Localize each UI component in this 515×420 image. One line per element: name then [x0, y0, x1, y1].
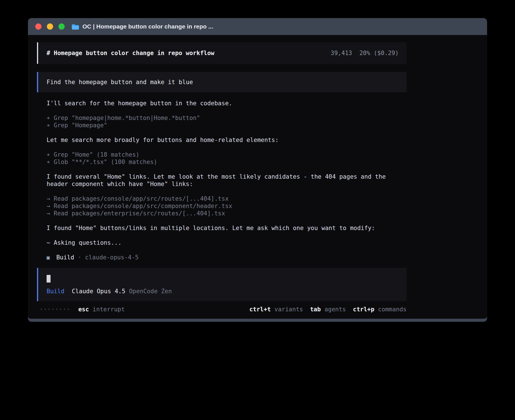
- assistant-message: Let me search more broadly for buttons a…: [47, 136, 407, 144]
- assistant-message: I'll search for the homepage button in t…: [47, 100, 407, 107]
- tool-call: → Read packages/console/app/src/componen…: [47, 202, 407, 210]
- separator-dot: ·: [78, 254, 82, 261]
- window-title: OC | Homepage button color change in rep…: [82, 23, 213, 30]
- tool-call-group: → Read packages/console/app/src/routes/[…: [47, 195, 407, 217]
- input-status-line: Build Claude Opus 4.5 OpenCode Zen: [47, 288, 398, 295]
- terminal-window: OC | Homepage button color change in rep…: [28, 18, 487, 322]
- prompt-input[interactable]: Build Claude Opus 4.5 OpenCode Zen: [37, 268, 407, 301]
- status-bar-right: ctrl+t variants tab agents ctrl+p comman…: [249, 306, 407, 313]
- tool-call: ∗ Grep "homepage|home.*button|Home.*butt…: [47, 114, 407, 122]
- spinner-dots: ········: [40, 306, 70, 313]
- tool-call: → Read packages/console/app/src/routes/[…: [47, 195, 407, 202]
- minimize-button[interactable]: [47, 23, 53, 30]
- hint-agents: tab agents: [310, 306, 346, 313]
- tool-call: ∗ Grep "Homepage": [47, 122, 407, 129]
- hint-commands: ctrl+p commands: [353, 306, 407, 313]
- hint-key: tab: [310, 306, 321, 313]
- agent-model: claude-opus-4-5: [85, 254, 139, 261]
- hint-label: agents: [324, 306, 346, 313]
- titlebar[interactable]: OC | Homepage button color change in rep…: [28, 18, 487, 35]
- assistant-message-text: ~ Asking questions...: [47, 239, 122, 246]
- hint-label: commands: [378, 306, 407, 313]
- assistant-message: ~ Asking questions...: [47, 239, 407, 246]
- agent-icon: ▣: [47, 254, 50, 261]
- tool-call: → Read packages/enterprise/src/routes/[.…: [47, 210, 407, 217]
- input-provider-label: OpenCode Zen: [129, 288, 172, 295]
- session-header: # Homepage button color change in repo w…: [37, 42, 407, 64]
- hint-label: variants: [274, 306, 303, 313]
- hint-key: ctrl+t: [249, 306, 271, 313]
- window-title-group: OC | Homepage button color change in rep…: [71, 23, 213, 30]
- conversation-log: I'll search for the homepage button in t…: [47, 100, 407, 261]
- text-cursor: [47, 275, 51, 283]
- tool-call-group: ∗ Grep "Home" (18 matches) ∗ Glob "**/*.…: [47, 151, 407, 166]
- input-model-label[interactable]: Claude Opus 4.5: [72, 288, 125, 295]
- assistant-message: I found "Home" buttons/links in multiple…: [47, 224, 407, 232]
- hint-interrupt: esc interrupt: [78, 306, 125, 313]
- hint-key: ctrl+p: [353, 306, 374, 313]
- session-title: # Homepage button color change in repo w…: [47, 49, 214, 57]
- hint-key: esc: [78, 306, 89, 313]
- terminal-content: # Homepage button color change in repo w…: [28, 35, 487, 319]
- status-bar-left: ········ esc interrupt: [40, 306, 125, 313]
- user-message-text: Find the homepage button and make it blu…: [47, 79, 193, 86]
- token-count: 39,413: [331, 49, 352, 57]
- assistant-message-text: Let me search more broadly for buttons a…: [47, 137, 279, 143]
- status-bar: ········ esc interrupt ctrl+t variants t…: [40, 306, 407, 313]
- assistant-message-text: I'll search for the homepage button in t…: [47, 100, 232, 107]
- tool-call-group: ∗ Grep "homepage|home.*button|Home.*butt…: [47, 114, 407, 129]
- agent-status-line: ▣ Build · claude-opus-4-5: [47, 254, 407, 261]
- context-usage: 20% ($0.29): [359, 49, 399, 57]
- hint-variants: ctrl+t variants: [249, 306, 303, 313]
- agent-name: Build: [56, 254, 74, 261]
- tool-call: ∗ Grep "Home" (18 matches): [47, 151, 407, 158]
- assistant-message-text: I found several "Home" links. Let me loo…: [47, 173, 386, 187]
- traffic-lights: [35, 23, 65, 30]
- close-button[interactable]: [35, 23, 42, 30]
- tool-call: ∗ Glob "**/*.tsx" (100 matches): [47, 158, 407, 166]
- folder-icon: [71, 24, 79, 30]
- input-agent-label[interactable]: Build: [47, 288, 64, 295]
- zoom-button[interactable]: [58, 23, 65, 30]
- hint-label: interrupt: [93, 306, 125, 313]
- session-meta: 39,413 20% ($0.29): [331, 49, 399, 57]
- user-message: Find the homepage button and make it blu…: [37, 72, 407, 92]
- assistant-message: I found several "Home" links. Let me loo…: [47, 173, 407, 188]
- assistant-message-text: I found "Home" buttons/links in multiple…: [47, 225, 375, 231]
